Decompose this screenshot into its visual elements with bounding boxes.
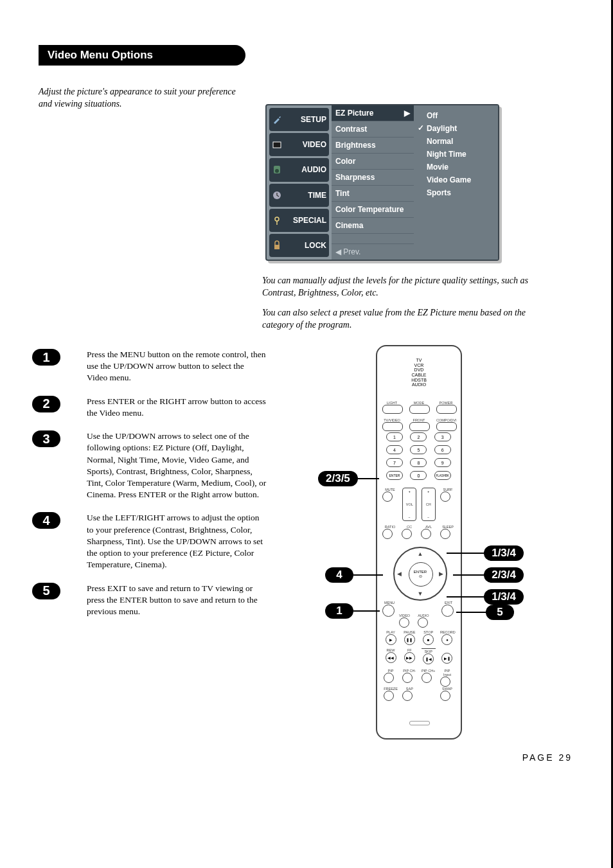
sap-button — [402, 691, 413, 701]
button-label: PLAY — [384, 630, 398, 634]
button-label: PIP — [384, 669, 398, 673]
osd-item-sharpness: Sharpness — [332, 170, 414, 186]
num-2-button: 2 — [410, 432, 427, 441]
osd-item-label: Color Temperature — [335, 205, 404, 214]
button-label: SWAP — [440, 687, 454, 691]
numpad: 1 2 3 4 5 6 7 8 9 ENTER 0 FLASHBK — [386, 432, 452, 480]
callout-234-right: 2/3/4 — [453, 567, 524, 583]
num-6-button: 6 — [434, 445, 451, 454]
play-button: ▶ — [386, 634, 396, 645]
button-label: CC — [402, 525, 417, 529]
chevron-right-icon: ▶ — [404, 109, 410, 118]
num-4-button: 4 — [386, 445, 403, 454]
svg-point-4 — [275, 217, 279, 221]
step-row: 4 Use the LEFT/RIGHT arrows to adjust th… — [32, 512, 289, 571]
audio-icon — [272, 164, 282, 175]
callout-235: 2/3/5 — [318, 471, 379, 486]
svg-rect-0 — [273, 142, 281, 148]
osd-tab-time: TIME — [269, 184, 329, 207]
button-label: VIDEO — [399, 614, 410, 617]
callout-4: 4 — [325, 567, 383, 583]
osd-item-contrast: Contrast — [332, 121, 414, 137]
sleep-button — [440, 529, 450, 539]
ratio-button — [382, 529, 393, 539]
battery-slot — [409, 721, 430, 725]
menu-button — [382, 605, 395, 617]
step-number-badge: 4 — [32, 512, 60, 529]
video-icon — [272, 139, 282, 150]
steps-list: 1 Press the MENU button on the remote co… — [32, 349, 289, 629]
pipchminus-button — [402, 673, 413, 683]
num-8-button: 8 — [410, 458, 427, 467]
audio-button — [418, 617, 428, 628]
osd-option-movie: Movie — [418, 161, 494, 173]
enter-num-button: ENTER — [386, 471, 403, 480]
svg-point-2 — [275, 169, 279, 173]
osd-option-daylight: Daylight — [418, 122, 494, 135]
osd-option-nighttime: Night Time — [418, 148, 494, 161]
freeze-row: FREEZE SAP SWAP — [384, 687, 454, 701]
callout-134-up: 1/3/4 — [447, 545, 524, 561]
time-icon — [272, 190, 282, 200]
pipchplus-button — [422, 673, 432, 683]
osd-tab-video: VIDEO — [269, 133, 329, 156]
button-label: PAUSE — [402, 630, 416, 634]
step-text: Press the MENU button on the remote cont… — [87, 349, 267, 384]
pip-button — [384, 673, 394, 683]
osd-tab-label: TIME — [308, 191, 326, 200]
osd-tab-label: AUDIO — [301, 165, 326, 174]
lock-icon — [272, 240, 282, 251]
arrow-left-icon: ◀ — [397, 571, 402, 577]
osd-prev: ◀ Prev. — [332, 244, 414, 260]
button-label: PIP CH- — [402, 669, 416, 673]
osd-item-color: Color — [332, 154, 414, 170]
remote-diagram: TV VCR DVD CABLE HDSTB AUDIO LIGHT MODE … — [328, 345, 546, 747]
skip-back-button: ❚◀ — [423, 653, 434, 664]
step-text: Press EXIT to save and return to TV view… — [87, 583, 267, 618]
button-label: AUDIO — [418, 614, 429, 617]
osd-item-cinema: Cinema — [332, 218, 414, 234]
num-9-button: 9 — [434, 458, 451, 467]
osd-tab-label: LOCK — [305, 241, 326, 250]
transport-row-2: REW◀◀ FF▶▶ SKIP❚◀ ▶❚ — [384, 648, 454, 664]
osd-tab-label: SETUP — [301, 115, 326, 124]
special-icon — [272, 215, 282, 226]
freeze-button — [384, 691, 394, 701]
svg-rect-5 — [274, 245, 280, 249]
page-number: PAGE 29 — [522, 752, 573, 763]
avl-button — [421, 529, 431, 539]
osd-item-label: Sharpness — [335, 173, 375, 182]
pip-row: PIP PIP CH- PIP CH+ PIP Input — [384, 669, 454, 687]
button-label: VOL — [406, 502, 413, 506]
surf-button — [440, 492, 450, 502]
vol-ch-row: MUTE +VOL− +CH− SURF — [382, 488, 456, 521]
enter-label: ENTER ⊙ — [395, 570, 446, 578]
remote-body: TV VCR DVD CABLE HDSTB AUDIO LIGHT MODE … — [376, 345, 462, 740]
nav-ring: ENTER ⊙ ▲ ▼ ◀ ▶ — [393, 547, 447, 601]
cc-row: RATIO CC AVL SLEEP — [382, 525, 456, 539]
button-label: SLEEP — [440, 525, 456, 529]
button-label: FF — [402, 648, 416, 652]
intro-text: Adjust the picture's appearance to suit … — [39, 86, 238, 111]
button-label: CH — [426, 502, 431, 506]
mode-button — [409, 405, 430, 414]
callout-badge: 1/3/4 — [484, 545, 524, 561]
osd-item-label: Color — [335, 157, 355, 166]
num-7-button: 7 — [386, 458, 403, 467]
cc-button — [402, 529, 412, 539]
osd-item-label: Brightness — [335, 141, 376, 150]
callout-134-down: 1/3/4 — [447, 589, 524, 605]
step-row: 3 Use the UP/DOWN arrows to select one o… — [32, 430, 289, 500]
mode-labels: TV VCR DVD CABLE HDSTB AUDIO — [377, 358, 461, 387]
callout-badge: 1/3/4 — [484, 589, 524, 605]
flashbk-button: FLASHBK — [434, 471, 451, 480]
step-number-badge: 3 — [32, 430, 60, 447]
osd-option-off: Off — [418, 109, 494, 122]
caption-p2: You can also select a preset value from … — [262, 307, 532, 332]
vol-rocker: +VOL− — [402, 488, 416, 521]
osd-item-ezpicture: EZ Picture ▶ — [332, 105, 414, 121]
button-label: AVL — [421, 525, 436, 529]
stop-button: ■ — [423, 634, 434, 645]
button-label: RECORD — [440, 630, 454, 634]
compodvi-button — [436, 422, 457, 431]
